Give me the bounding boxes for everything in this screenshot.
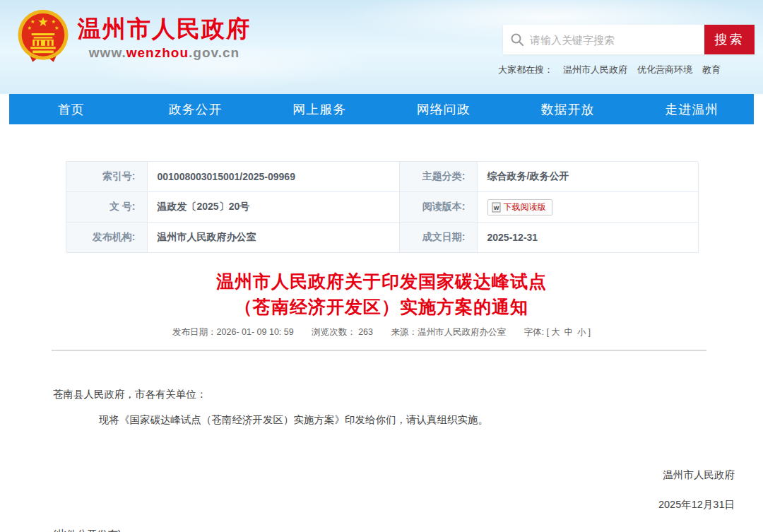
article-meta-line: 发布日期：2026- 01- 09 10: 59 浏览次数： 263 来源：温州… [0,326,763,338]
hot-search-link-2[interactable]: 优化营商环境 [637,64,692,75]
svg-text:★: ★ [30,18,35,25]
article-title-line2: （苍南经济开发区）实施方案的通知 [0,294,763,319]
font-size-large[interactable]: 大 [551,327,560,337]
site-url-highlight: wenzhou [126,45,189,60]
svg-text:★: ★ [54,25,59,31]
meta-label-topic: 主题分类: [400,162,478,192]
site-title: 温州市人民政府 [78,15,251,43]
meta-value-index-no: 001008003015001/2025-09969 [148,162,400,192]
national-emblem-icon: ★ ★ ★ ★ ★ [17,8,69,66]
article-title: 温州市人民政府关于印发国家碳达峰试点 （苍南经济开发区）实施方案的通知 [0,268,763,319]
search-bar: 搜索 [503,25,755,54]
views-group: 浏览次数： 263 [312,327,373,337]
meta-value-doc-no: 温政发〔2025〕20号 [148,192,400,223]
title-divider [52,350,706,351]
nav-item-home[interactable]: 首页 [9,94,134,124]
hot-search: 大家都在搜：温州市人民政府优化营商环境教育 [498,64,721,76]
site-url: www.wenzhou.gov.cn [78,45,251,61]
svg-text:★: ★ [37,15,49,29]
meta-value-issue-date: 2025-12-31 [478,223,699,253]
download-reading-version-button[interactable]: W 下载阅读版 [487,199,552,215]
search-button[interactable]: 搜索 [704,25,755,54]
doc-meta-table: 索引号: 001008003015001/2025-09969 主题分类: 综合… [66,161,698,253]
font-size-group: 字体: [大中小] [524,327,591,337]
download-button-label: 下载阅读版 [504,201,546,213]
publish-date-value: 2026- 01- 09 10: 59 [217,327,294,337]
hot-search-link-1[interactable]: 温州市人民政府 [563,64,627,75]
font-size-small[interactable]: 小 [577,327,586,337]
document-page: 索引号: 001008003015001/2025-09969 主题分类: 综合… [0,124,763,532]
meta-value-issuing-agency: 温州市人民政府办公室 [148,223,400,253]
font-size-bracket-close: ] [588,327,590,337]
salutation: 苍南县人民政府，市各有关单位： [53,386,735,402]
hot-search-label: 大家都在搜： [498,64,553,75]
svg-text:★: ★ [51,18,56,25]
meta-label-reading-version: 阅读版本: [400,192,478,223]
public-release-note: (此件公开发布) [53,526,735,532]
font-size-medium[interactable]: 中 [564,327,573,337]
source-group: 来源：温州市人民政府办公室 [391,327,507,337]
views-label: 浏览次数： [312,327,356,337]
publish-date-label: 发布日期： [172,327,217,337]
meta-value-reading-version: W 下载阅读版 [478,192,699,223]
site-logo[interactable]: ★ ★ ★ ★ ★ 温州市人民政府 www.wenzhou.gov.cn [17,8,251,66]
nav-item-open-data[interactable]: 数据开放 [506,94,630,124]
signature-date: 2025年12月31日 [53,497,735,512]
site-url-suffix: .gov.cn [189,45,239,60]
nav-item-about-wenzhou[interactable]: 走进温州 [629,94,754,124]
main-nav: 首页 政务公开 网上服务 网络问政 数据开放 走进温州 [9,94,754,124]
views-value: 263 [358,327,373,337]
signature-agency: 温州市人民政府 [53,467,735,483]
svg-text:★: ★ [27,25,32,31]
search-input-wrap [503,25,704,54]
meta-label-issuing-agency: 发布机构: [66,223,148,253]
site-url-prefix: www. [89,45,126,60]
source-value: 温州市人民政府办公室 [418,327,506,337]
body-paragraph: 现将《国家碳达峰试点（苍南经济开发区）实施方案》印发给你们，请认真组织实施。 [53,412,735,427]
meta-label-doc-no: 文 号: [66,192,148,223]
search-icon [510,32,524,47]
nav-item-gov-info[interactable]: 政务公开 [134,94,258,124]
meta-label-issue-date: 成文日期: [400,223,478,253]
source-label: 来源： [391,327,418,337]
word-doc-icon: W [492,202,501,213]
article-title-line1: 温州市人民政府关于印发国家碳达峰试点 [0,268,763,294]
article-body: 苍南县人民政府，市各有关单位： 现将《国家碳达峰试点（苍南经济开发区）实施方案》… [0,386,763,532]
font-size-label: 字体: [ [524,327,549,337]
nav-item-online-services[interactable]: 网上服务 [257,94,382,124]
hot-search-link-3[interactable]: 教育 [702,64,721,75]
meta-value-topic: 综合政务/政务公开 [478,162,699,192]
publish-date-group: 发布日期：2026- 01- 09 10: 59 [172,327,294,337]
nav-item-public-inquiry[interactable]: 网络问政 [382,94,506,124]
svg-text:W: W [493,205,499,211]
meta-label-index-no: 索引号: [66,162,148,192]
search-input[interactable] [530,34,697,46]
site-header: ★ ★ ★ ★ ★ 温州市人民政府 www.wenzhou.gov.cn [0,0,763,94]
